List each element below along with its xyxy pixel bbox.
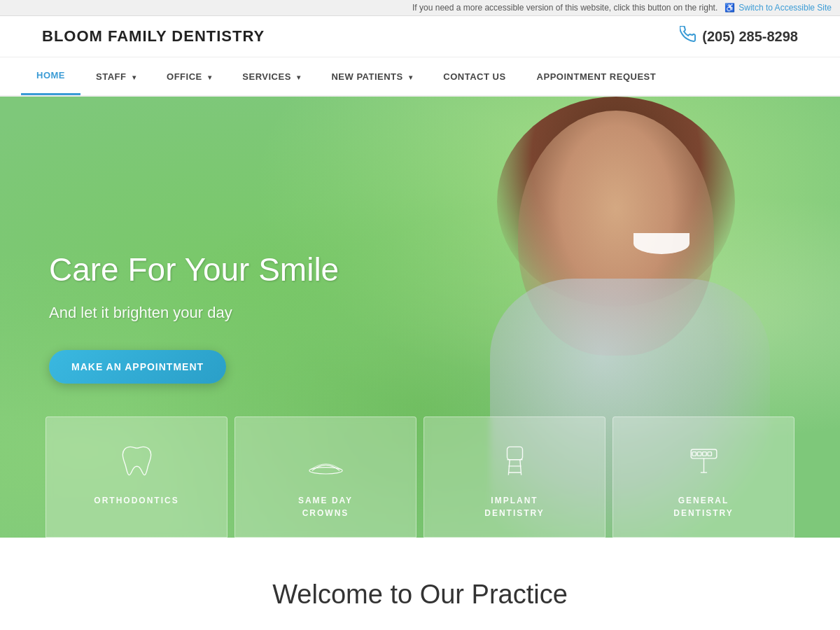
phone-icon xyxy=(680,26,696,47)
general-label: GENERALDENTISTRY xyxy=(627,494,780,519)
welcome-section: Welcome to Our Practice xyxy=(0,538,840,630)
appointment-button[interactable]: MAKE AN APPOINTMENT xyxy=(49,350,226,384)
services-chevron: ▾ xyxy=(297,74,301,81)
service-card-crowns[interactable]: SAME DAYCROWNS xyxy=(234,416,416,538)
service-cards: ORTHODONTICS SAME DAYCROWNS xyxy=(0,416,840,538)
service-card-implant[interactable]: IMPLANTDENTISTRY xyxy=(424,416,606,538)
nav-new-patients[interactable]: NEW PATIENTS ▾ xyxy=(316,59,428,94)
nav-staff[interactable]: STAFF ▾ xyxy=(80,59,151,94)
staff-chevron: ▾ xyxy=(132,74,136,81)
crown-icon xyxy=(249,438,402,484)
accessibility-link[interactable]: ♿ Switch to Accessible Site xyxy=(724,3,832,13)
phone-number[interactable]: (205) 285-8298 xyxy=(702,29,798,45)
tooth-icon xyxy=(60,438,213,484)
accessibility-info-text: If you need a more accessible version of… xyxy=(412,3,718,13)
implant-icon xyxy=(438,438,591,484)
service-card-general[interactable]: GENERALDENTISTRY xyxy=(612,416,794,538)
svg-rect-5 xyxy=(697,452,701,456)
service-card-orthodontics[interactable]: ORTHODONTICS xyxy=(46,416,227,538)
hero-section: Care For Your Smile And let it brighten … xyxy=(0,97,840,538)
nav-office[interactable]: OFFICE ▾ xyxy=(151,59,227,94)
accessibility-bar: If you need a more accessible version of… xyxy=(0,0,840,16)
phone-container: (205) 285-8298 xyxy=(680,26,798,47)
nav-contact[interactable]: CONTACT US xyxy=(428,59,521,94)
orthodontics-label: ORTHODONTICS xyxy=(60,494,213,507)
implant-label: IMPLANTDENTISTRY xyxy=(438,494,591,519)
site-logo[interactable]: BLOOM FAMILY DENTISTRY xyxy=(42,27,265,46)
svg-rect-1 xyxy=(507,447,522,459)
new-patients-chevron: ▾ xyxy=(409,74,413,81)
welcome-title: Welcome to Our Practice xyxy=(42,580,798,610)
svg-rect-7 xyxy=(708,452,712,456)
svg-rect-6 xyxy=(702,452,706,456)
accessibility-link-text: Switch to Accessible Site xyxy=(738,3,832,13)
hero-content: Care For Your Smile And let it brighten … xyxy=(0,251,388,383)
general-icon xyxy=(627,438,780,484)
nav-home[interactable]: HOME xyxy=(21,57,80,95)
nav-appointment[interactable]: APPOINTMENT REQUEST xyxy=(522,59,672,94)
svg-rect-4 xyxy=(692,452,696,456)
nav-services[interactable]: SERVICES ▾ xyxy=(227,59,316,94)
hero-title: Care For Your Smile xyxy=(49,251,339,289)
hero-smile xyxy=(634,233,690,254)
svg-point-0 xyxy=(309,468,342,474)
main-navigation: HOME STAFF ▾ OFFICE ▾ SERVICES ▾ NEW PAT… xyxy=(0,57,840,97)
svg-rect-3 xyxy=(691,449,717,458)
hero-subtitle: And let it brighten your day xyxy=(49,304,339,322)
crowns-label: SAME DAYCROWNS xyxy=(249,494,402,519)
office-chevron: ▾ xyxy=(208,74,212,81)
accessibility-icon: ♿ xyxy=(724,3,735,13)
site-header: BLOOM FAMILY DENTISTRY (205) 285-8298 xyxy=(0,16,840,57)
